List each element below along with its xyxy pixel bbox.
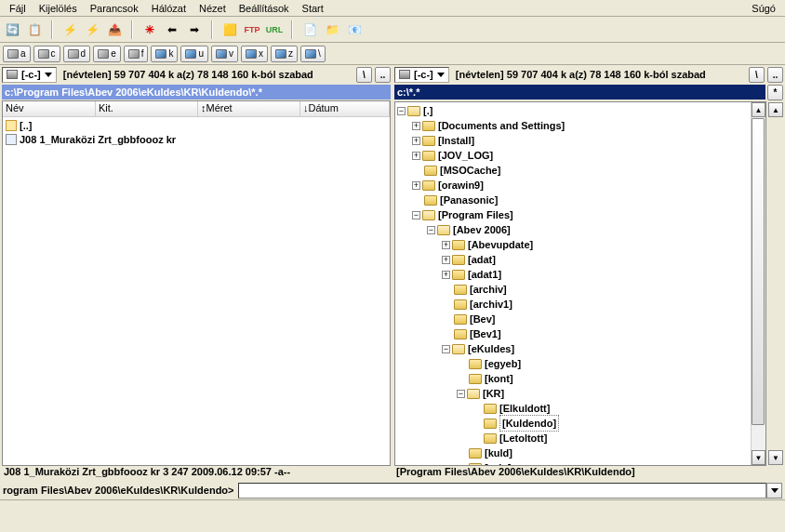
col-date[interactable]: ↓Dátum bbox=[300, 101, 390, 116]
tree-node[interactable]: [MSOCache] bbox=[395, 163, 751, 178]
col-ext[interactable]: Kit. bbox=[96, 101, 198, 116]
tb-pack-icon[interactable]: 🟨 bbox=[220, 20, 239, 39]
tree-node[interactable]: +[Abevupdate] bbox=[395, 237, 751, 252]
tb-back-icon[interactable]: ⬅ bbox=[163, 20, 181, 39]
expand-icon[interactable]: + bbox=[412, 181, 420, 190]
menu-mark[interactable]: Kijelölés bbox=[33, 2, 84, 15]
tree-label: [Elkuldott] bbox=[499, 401, 550, 416]
drive-btn-\[interactable]: \ bbox=[300, 46, 326, 62]
menu-help[interactable]: Súgó bbox=[745, 2, 782, 15]
tree-node[interactable]: −[Abev 2006] bbox=[395, 222, 751, 237]
collapse-icon[interactable]: − bbox=[442, 345, 450, 353]
right-star-btn[interactable]: * bbox=[767, 85, 783, 100]
tb-brief-icon[interactable]: ⚡ bbox=[60, 20, 79, 39]
tree-node[interactable]: [Bev1] bbox=[395, 326, 751, 341]
tree-node[interactable]: [egyeb] bbox=[395, 356, 751, 371]
drive-btn-x[interactable]: x bbox=[241, 46, 268, 62]
tb-list-icon[interactable]: 📋 bbox=[25, 20, 44, 39]
collapse-icon[interactable]: − bbox=[397, 107, 406, 115]
tree-node[interactable]: +[orawin9] bbox=[395, 178, 751, 193]
parent-dir-row[interactable]: [..] bbox=[4, 118, 389, 132]
tb-tree-icon[interactable]: 📤 bbox=[105, 20, 124, 39]
file-row[interactable]: J08 1_Muraközi Zrt_gbbfoooz kr bbox=[4, 132, 389, 146]
tree-node[interactable]: [archiv1] bbox=[395, 297, 751, 312]
expand-icon[interactable]: + bbox=[412, 122, 420, 130]
menu-view[interactable]: Nézet bbox=[193, 2, 233, 15]
expand-icon[interactable]: + bbox=[412, 152, 420, 160]
menu-net[interactable]: Hálózat bbox=[145, 2, 193, 15]
col-size[interactable]: ↕Méret bbox=[198, 101, 300, 116]
expand-icon[interactable]: + bbox=[442, 271, 450, 279]
tree-node[interactable]: [Letoltott] bbox=[395, 431, 751, 446]
tree-node[interactable]: [Bev] bbox=[395, 312, 751, 326]
tree-label: [adat] bbox=[468, 252, 496, 267]
tb-explorer-icon[interactable]: 📁 bbox=[323, 20, 341, 39]
scroll-down-icon[interactable]: ▼ bbox=[752, 450, 765, 465]
menu-start[interactable]: Start bbox=[296, 2, 330, 15]
col-name[interactable]: Név bbox=[3, 101, 96, 116]
drive-icon bbox=[128, 49, 140, 59]
drive-btn-c[interactable]: c bbox=[33, 46, 60, 62]
right-up-btn[interactable]: .. bbox=[767, 67, 783, 83]
tb-url-icon[interactable]: URL bbox=[265, 20, 284, 39]
tree-node[interactable]: +[Install] bbox=[395, 133, 751, 148]
dropdown-icon bbox=[45, 73, 52, 77]
expand-icon[interactable]: + bbox=[442, 241, 450, 249]
right-root-btn[interactable]: \ bbox=[749, 67, 765, 83]
menu-file[interactable]: Fájl bbox=[3, 2, 33, 15]
tree-node[interactable]: −[eKuldes] bbox=[395, 341, 751, 356]
scroll-up-icon[interactable]: ▲ bbox=[752, 102, 765, 117]
right-path[interactable]: c:\*.* bbox=[394, 85, 765, 100]
tb-star-icon[interactable]: ✳ bbox=[140, 20, 159, 39]
drive-btn-e[interactable]: e bbox=[93, 46, 121, 62]
cmd-input[interactable] bbox=[238, 483, 767, 499]
tree-node[interactable]: +[Documents and Settings] bbox=[395, 118, 751, 133]
tb-ftp-icon[interactable]: FTP bbox=[243, 20, 261, 39]
tree-node[interactable]: [kont] bbox=[395, 371, 751, 386]
drive-btn-u[interactable]: u bbox=[180, 46, 208, 62]
tree-node[interactable]: [szig] bbox=[395, 460, 751, 465]
drive-icon bbox=[68, 49, 79, 59]
tree-node[interactable]: −[.] bbox=[395, 103, 751, 118]
tree-node[interactable]: +[adat] bbox=[395, 252, 751, 267]
folder-icon bbox=[484, 419, 497, 429]
tb-fwd-icon[interactable]: ➡ bbox=[185, 20, 204, 39]
tree-node[interactable]: +[JOV_LOG] bbox=[395, 148, 751, 163]
expand-icon[interactable]: + bbox=[442, 256, 450, 264]
collapse-icon[interactable]: − bbox=[427, 226, 435, 234]
tb-reread-icon[interactable]: 🔄 bbox=[3, 20, 21, 39]
drive-btn-a[interactable]: a bbox=[3, 46, 31, 62]
expand-icon[interactable]: + bbox=[412, 137, 420, 145]
collapse-icon[interactable]: − bbox=[412, 211, 420, 219]
tb-mail-icon[interactable]: 📧 bbox=[345, 20, 364, 39]
left-path[interactable]: c:\Program Files\Abev 2006\eKuldes\KR\Ku… bbox=[2, 85, 391, 100]
drive-btn-v[interactable]: v bbox=[211, 46, 238, 62]
tree-node[interactable]: [Panasonic] bbox=[395, 193, 751, 207]
menu-commands[interactable]: Parancsok bbox=[84, 2, 145, 15]
drive-btn-f[interactable]: f bbox=[124, 46, 149, 62]
tree-node[interactable]: [kuld] bbox=[395, 446, 751, 460]
tree-node[interactable]: −[Program Files] bbox=[395, 207, 751, 222]
right-drive-select[interactable]: [-c-] bbox=[394, 67, 449, 83]
tb-notepad-icon[interactable]: 📄 bbox=[300, 20, 319, 39]
file-name: J08 1_Muraközi Zrt_gbbfoooz kr bbox=[20, 134, 176, 145]
cmd-history-btn[interactable] bbox=[766, 483, 782, 499]
drive-btn-z[interactable]: z bbox=[271, 46, 298, 62]
tree-scrollbar[interactable]: ▲ ▼ bbox=[751, 102, 765, 465]
drive-btn-d[interactable]: d bbox=[63, 46, 91, 62]
tree-node[interactable]: [Kuldendo] bbox=[395, 416, 751, 431]
drive-btn-k[interactable]: k bbox=[151, 46, 178, 62]
left-root-btn[interactable]: \ bbox=[356, 67, 372, 83]
left-drive-select[interactable]: [-c-] bbox=[2, 67, 57, 83]
left-up-btn[interactable]: .. bbox=[375, 67, 391, 83]
folder-icon bbox=[422, 210, 435, 220]
tree-node[interactable]: [Elkuldott] bbox=[395, 401, 751, 416]
tree-node[interactable]: −[KR] bbox=[395, 386, 751, 401]
collapse-icon[interactable]: − bbox=[457, 390, 465, 398]
menu-config[interactable]: Beállítások bbox=[233, 2, 296, 15]
tb-full-icon[interactable]: ⚡ bbox=[83, 20, 101, 39]
panel-arrow-up-icon[interactable]: ▲ bbox=[768, 102, 783, 117]
panel-arrow-down-icon[interactable]: ▼ bbox=[768, 450, 783, 465]
tree-node[interactable]: +[adat1] bbox=[395, 267, 751, 282]
tree-node[interactable]: [archiv] bbox=[395, 282, 751, 297]
